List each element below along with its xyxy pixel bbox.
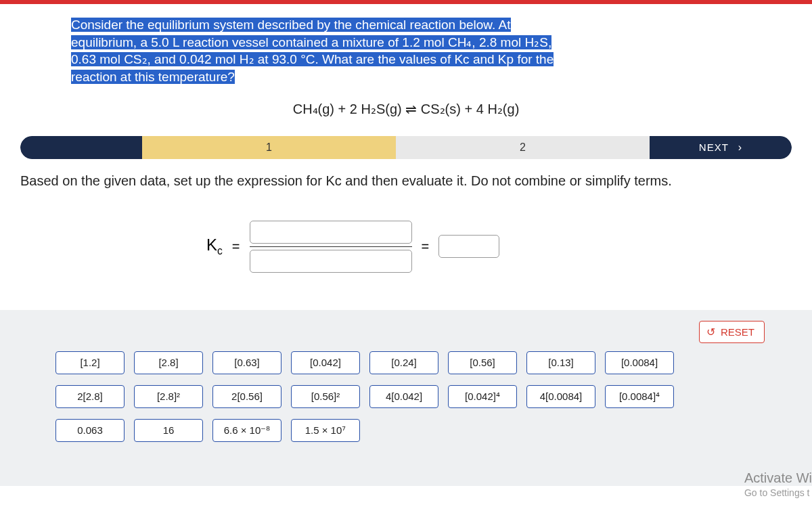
answer-tile[interactable]: 6.6 × 10⁻⁸ bbox=[212, 419, 281, 442]
answer-tile[interactable]: [0.13] bbox=[526, 351, 595, 374]
step-row: 1 2 NEXT › bbox=[0, 136, 812, 159]
question-prompt: Consider the equilibrium system describe… bbox=[71, 16, 771, 86]
chevron-right-icon: › bbox=[738, 141, 742, 154]
equals-2: = bbox=[422, 239, 430, 254]
answer-tile[interactable]: [1.2] bbox=[55, 351, 125, 374]
answer-tile[interactable]: [0.042]⁴ bbox=[448, 385, 517, 408]
answer-tile[interactable]: [2.8] bbox=[134, 351, 203, 374]
next-button[interactable]: NEXT › bbox=[650, 136, 792, 159]
step-instruction: Based on the given data, set up the expr… bbox=[20, 171, 792, 190]
step-1-label: 1 bbox=[266, 141, 272, 154]
watermark-line-2: Go to Settings t bbox=[744, 487, 812, 499]
chemical-equation: CH₄(g) + 2 H₂S(g) ⇌ CS₂(s) + 4 H₂(g) bbox=[0, 101, 812, 117]
tiles-grid: [1.2][2.8][0.63][0.042][0.24][0.56][0.13… bbox=[0, 351, 758, 442]
answer-tile[interactable]: [0.56] bbox=[448, 351, 517, 374]
answer-tile[interactable]: 4[0.0084] bbox=[526, 385, 595, 408]
kc-sub: c bbox=[217, 245, 223, 257]
answer-tile[interactable]: [2.8]² bbox=[134, 385, 203, 408]
answer-tile[interactable]: [0.0084] bbox=[605, 351, 674, 374]
fraction-line bbox=[250, 246, 412, 247]
tile-area: ↺ RESET [1.2][2.8][0.63][0.042][0.24][0.… bbox=[0, 310, 812, 486]
answer-tile[interactable]: 2[2.8] bbox=[55, 385, 125, 408]
content-area: Consider the equilibrium system describe… bbox=[0, 4, 812, 486]
next-label: NEXT bbox=[699, 141, 729, 153]
kc-symbol: Kc bbox=[206, 236, 223, 257]
step-2-label: 2 bbox=[520, 141, 526, 154]
windows-watermark: Activate Wi Go to Settings t bbox=[744, 469, 812, 499]
reset-row: ↺ RESET bbox=[0, 321, 812, 343]
answer-tile[interactable]: [0.56]² bbox=[291, 385, 360, 408]
undo-icon: ↺ bbox=[706, 326, 715, 338]
answer-tile[interactable]: 16 bbox=[134, 419, 203, 442]
fraction bbox=[250, 221, 412, 273]
reset-label: RESET bbox=[721, 326, 754, 338]
answer-tile[interactable]: 1.5 × 10⁷ bbox=[291, 419, 360, 442]
question-line-1: Consider the equilibrium system describe… bbox=[71, 18, 511, 32]
watermark-line-1: Activate Wi bbox=[744, 469, 812, 487]
answer-tile[interactable]: [0.24] bbox=[369, 351, 438, 374]
step-track: 1 2 NEXT › bbox=[20, 136, 792, 159]
question-line-2: equilibrium, a 5.0 L reaction vessel con… bbox=[71, 35, 551, 49]
kc-k: K bbox=[206, 236, 217, 254]
step-2[interactable]: 2 bbox=[396, 136, 650, 159]
answer-tile[interactable]: [0.042] bbox=[291, 351, 360, 374]
result-slot[interactable] bbox=[438, 235, 499, 258]
reset-button[interactable]: ↺ RESET bbox=[699, 321, 765, 343]
question-line-3: 0.63 mol CS₂, and 0.042 mol H₂ at 93.0 °… bbox=[71, 52, 554, 66]
numerator-slot[interactable] bbox=[250, 221, 412, 244]
answer-tile[interactable]: 2[0.56] bbox=[212, 385, 281, 408]
denominator-slot[interactable] bbox=[250, 250, 412, 273]
expression-row: Kc = = bbox=[206, 221, 812, 273]
answer-tile[interactable]: [0.0084]⁴ bbox=[605, 385, 674, 408]
step-left-cap bbox=[20, 136, 142, 159]
step-1[interactable]: 1 bbox=[142, 136, 396, 159]
answer-tile[interactable]: 4[0.042] bbox=[369, 385, 438, 408]
equals-1: = bbox=[232, 239, 240, 254]
answer-tile[interactable]: 0.063 bbox=[55, 419, 125, 442]
answer-tile[interactable]: [0.63] bbox=[212, 351, 281, 374]
question-line-4: reaction at this temperature? bbox=[71, 70, 235, 84]
